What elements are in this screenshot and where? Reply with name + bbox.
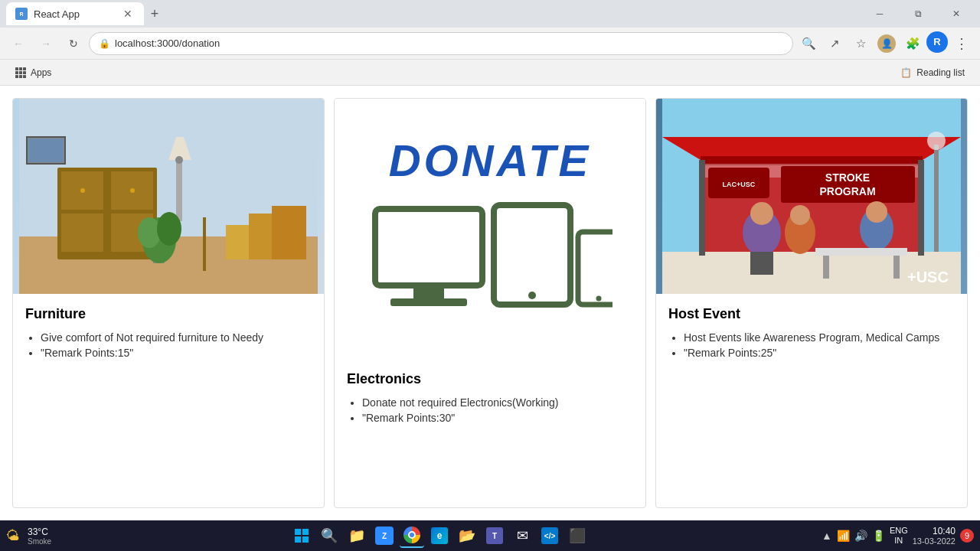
taskbar: 🌤 33°C Smoke 🔍 📁 Z — [0, 520, 980, 551]
weather-icon: 🌤 — [6, 528, 20, 544]
region-text: IN — [890, 536, 908, 546]
furniture-image — [13, 99, 324, 294]
back-button[interactable]: ← — [6, 31, 31, 56]
notification-badge[interactable]: 9 — [960, 529, 974, 543]
svg-rect-57 — [934, 145, 939, 252]
battery-icon[interactable]: 🔋 — [872, 530, 885, 542]
electronics-image: DONATE — [335, 99, 645, 359]
apps-button[interactable]: Apps — [9, 64, 57, 81]
profile-icon-btn[interactable]: 👤 — [874, 31, 899, 56]
svg-rect-59 — [295, 529, 301, 535]
mail-button[interactable]: ✉ — [510, 523, 534, 548]
taskbar-right: ▲ 📶 🔊 🔋 ENG IN 10:40 13-03-2022 9 — [822, 526, 974, 546]
svg-point-31 — [596, 295, 602, 301]
svg-point-14 — [175, 156, 183, 164]
address-bar[interactable]: 🔒 localhost:3000/donation — [89, 32, 793, 55]
svg-rect-8 — [61, 214, 103, 252]
start-button[interactable] — [289, 523, 314, 548]
svg-rect-53 — [815, 248, 907, 256]
donate-text: DONATE — [389, 135, 592, 186]
bookmark-icon-btn[interactable]: ☆ — [848, 31, 873, 56]
svg-rect-27 — [390, 298, 467, 306]
host-event-card: LAC+USC STROKE PROGRAM — [655, 98, 968, 508]
electronics-card-body: Electronics Donate not required Electron… — [335, 359, 645, 507]
language-text: ENG — [890, 526, 908, 536]
weather-widget: 33°C Smoke — [28, 527, 51, 546]
edge-button[interactable]: e — [427, 523, 452, 548]
svg-point-46 — [750, 202, 773, 225]
svg-point-29 — [528, 292, 536, 299]
browser-tab[interactable]: R React App ✕ — [6, 2, 144, 25]
window-controls: ─ ⧉ ✕ — [862, 0, 974, 28]
extensions-icon-btn[interactable]: 🧩 — [900, 31, 925, 56]
nav-icons: 🔍 ↗ ☆ 👤 🧩 R ⋮ — [796, 31, 974, 56]
file-manager-button[interactable]: 📂 — [455, 523, 479, 548]
svg-rect-26 — [413, 287, 444, 298]
volume-icon[interactable]: 🔊 — [854, 530, 867, 542]
electronics-list: Donate not required Electronics(Working)… — [347, 396, 633, 424]
reading-list-label: Reading list — [916, 67, 965, 78]
tab-favicon: R — [15, 8, 28, 20]
svg-point-11 — [130, 188, 135, 193]
search-taskbar-button[interactable]: 🔍 — [317, 523, 341, 548]
close-button[interactable]: ✕ — [939, 0, 974, 28]
svg-rect-44 — [918, 160, 924, 256]
furniture-list: Give comfort of Not required furniture t… — [25, 331, 312, 359]
taskbar-center: 🔍 📁 Z e 📂 T ✉ </> ⬛ — [57, 523, 822, 548]
zoom-button[interactable]: Z — [372, 523, 397, 548]
nav-bar: ← → ↻ 🔒 localhost:3000/donation 🔍 ↗ ☆ 👤 … — [0, 28, 980, 60]
chrome-button[interactable] — [400, 523, 424, 548]
electronics-title: Electronics — [347, 371, 633, 387]
terminal-button[interactable]: ⬛ — [565, 523, 590, 548]
wifi-icon[interactable]: 📶 — [837, 530, 850, 542]
share-icon-btn[interactable]: ↗ — [822, 31, 847, 56]
teams-button[interactable]: T — [482, 523, 507, 548]
svg-rect-12 — [176, 160, 182, 221]
taskbar-left: 🌤 33°C Smoke — [6, 527, 57, 546]
forward-button[interactable]: → — [34, 31, 58, 56]
host-event-image: LAC+USC STROKE PROGRAM — [656, 99, 967, 294]
weather-desc: Smoke — [28, 537, 51, 546]
svg-rect-30 — [578, 232, 612, 305]
search-icon-btn[interactable]: 🔍 — [796, 31, 821, 56]
refresh-button[interactable]: ↻ — [61, 31, 86, 56]
list-item: Host Events like Awareness Program, Medi… — [684, 331, 955, 344]
host-event-list: Host Events like Awareness Program, Medi… — [668, 331, 955, 359]
file-explorer-button[interactable]: 📁 — [345, 523, 369, 548]
cards-container: Furniture Give comfort of Not required f… — [12, 98, 968, 508]
reading-list-button[interactable]: 📋 Reading list — [894, 64, 971, 81]
svg-rect-54 — [823, 256, 829, 279]
svg-text:R: R — [19, 11, 23, 17]
svg-rect-47 — [750, 252, 762, 275]
clock-date: 13-03-2022 — [913, 536, 956, 546]
title-bar: R React App ✕ + ─ ⧉ ✕ — [0, 0, 980, 28]
menu-button[interactable]: ⋮ — [949, 31, 974, 56]
vscode-button[interactable]: </> — [537, 523, 562, 548]
user-avatar-button[interactable]: R — [926, 31, 948, 53]
svg-text:STROKE: STROKE — [825, 171, 870, 184]
clock: 10:40 13-03-2022 — [913, 526, 956, 546]
minimize-button[interactable]: ─ — [862, 0, 897, 28]
list-item: Give comfort of Not required furniture t… — [41, 331, 312, 344]
new-tab-button[interactable]: + — [144, 3, 165, 24]
list-item: "Remark Points:30" — [362, 412, 633, 424]
svg-point-50 — [790, 205, 810, 225]
svg-rect-28 — [494, 205, 570, 305]
maximize-button[interactable]: ⧉ — [900, 0, 936, 28]
apps-label: Apps — [31, 67, 51, 78]
list-item: "Remark Points:15" — [41, 347, 312, 359]
lock-icon: 🔒 — [99, 38, 110, 49]
browser-content: Furniture Give comfort of Not required f… — [0, 86, 980, 520]
svg-rect-48 — [762, 252, 773, 275]
list-item: "Remark Points:25" — [684, 347, 955, 359]
reading-list-icon: 📋 — [900, 67, 912, 78]
svg-rect-55 — [893, 256, 900, 279]
tab-close-button[interactable]: ✕ — [121, 7, 135, 21]
device-icons — [368, 201, 612, 324]
svg-point-10 — [80, 188, 85, 193]
furniture-card-body: Furniture Give comfort of Not required f… — [13, 294, 324, 507]
tray-icon[interactable]: ▲ — [822, 530, 832, 542]
host-event-card-body: Host Event Host Events like Awareness Pr… — [656, 294, 967, 507]
electronics-card: DONATE — [334, 98, 646, 508]
svg-rect-23 — [28, 139, 64, 162]
